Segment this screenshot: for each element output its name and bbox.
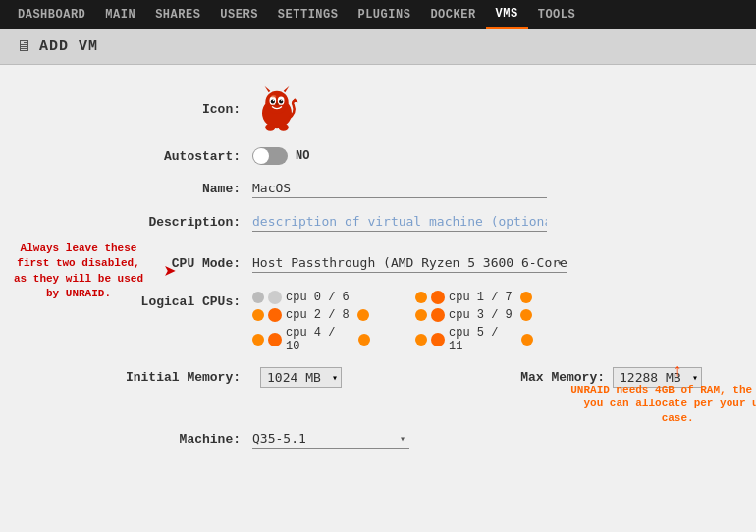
svg-point-13 <box>279 124 289 131</box>
logical-cpus-control: cpu 0 / 6 cpu 1 / 7 <box>252 291 702 353</box>
cpu-item-2: cpu 2 / 8 <box>252 308 370 322</box>
autostart-label: Autostart: <box>113 149 241 164</box>
nav-tools[interactable]: TOOLS <box>528 0 586 29</box>
cpu-5-label: cpu 5 / 11 <box>449 326 513 353</box>
nav-main[interactable]: MAIN <box>95 0 145 29</box>
cpu-mode-row: CPU Mode: Host Passthrough (AMD Ryzen 5 … <box>113 253 702 273</box>
cpu-2-dot <box>252 309 264 321</box>
cpu-4-toggle[interactable] <box>268 333 282 346</box>
cpu-mode-control: Host Passthrough (AMD Ryzen 5 3600 6-Cor… <box>252 253 702 273</box>
cpu-4-dot <box>252 334 264 346</box>
cpu-3-dot2 <box>520 309 532 321</box>
vm-icon-image[interactable] <box>252 84 301 133</box>
autostart-toggle[interactable] <box>252 147 288 165</box>
svg-point-10 <box>275 103 278 106</box>
machine-control: Q35-5.1 ▾ <box>252 429 702 449</box>
nav-users[interactable]: USERS <box>210 0 268 29</box>
cpu-item-4: cpu 4 / 10 <box>252 326 370 353</box>
nav-shares[interactable]: SHARES <box>145 0 210 29</box>
icon-row: Icon: <box>113 84 702 133</box>
name-row: Name: <box>113 179 702 198</box>
annotation-arrow: ➤ <box>164 260 177 285</box>
nav-dashboard[interactable]: DASHBOARD <box>8 0 95 29</box>
nav-vms[interactable]: VMS <box>486 0 528 29</box>
top-navigation: DASHBOARD MAIN SHARES USERS SETTINGS PLU… <box>0 0 756 29</box>
machine-row: Machine: Q35-5.1 ▾ <box>113 429 702 449</box>
description-label: Description: <box>113 215 241 230</box>
cpu-5-dot <box>415 334 427 346</box>
left-annotation-text: Always leave these first two disabled, a… <box>10 241 147 302</box>
initial-memory-wrapper: 1024 MB ▾ <box>260 367 342 388</box>
name-label: Name: <box>113 182 241 196</box>
nav-docker[interactable]: DOCKER <box>420 0 485 29</box>
icon-label: Icon: <box>113 102 241 117</box>
memory-row: Initial Memory: 1024 MB ▾ Max Memory: 12… <box>113 367 702 388</box>
cpu-row-2: cpu 4 / 10 cpu 5 / 11 <box>252 326 702 353</box>
cpu-2-dot2 <box>357 309 369 321</box>
cpu-0-toggle[interactable] <box>268 291 282 304</box>
description-control <box>252 212 702 232</box>
cpu-0-label: cpu 0 / 6 <box>286 291 350 304</box>
memory-annotation-text: UNRAID needs 4GB of RAM, the rest you ca… <box>570 384 756 424</box>
vm-form: Icon: <box>54 84 702 462</box>
svg-point-14 <box>271 95 276 98</box>
initial-memory-label: Initial Memory: <box>113 370 241 385</box>
logical-cpus-row: Logical CPUs: cpu 0 / 6 <box>113 287 702 353</box>
svg-marker-9 <box>284 86 290 93</box>
cpu-3-dot <box>415 309 427 321</box>
autostart-row: Autostart: NO <box>113 147 702 165</box>
cpu-4-label: cpu 4 / 10 <box>286 326 351 353</box>
cpu-1-toggle[interactable] <box>431 291 445 304</box>
toggle-knob <box>253 148 269 164</box>
svg-point-5 <box>279 99 283 103</box>
cpu-1-dot2 <box>520 292 532 303</box>
add-vm-icon: 🖥 <box>16 37 31 56</box>
machine-select[interactable]: Q35-5.1 <box>252 429 409 449</box>
cpu-1-label: cpu 1 / 7 <box>449 291 513 304</box>
cpu-item-3: cpu 3 / 9 <box>415 308 533 322</box>
cpu-1-dot <box>415 292 427 303</box>
main-content: Always leave these first two disabled, a… <box>0 65 756 532</box>
page-title: Add VM <box>39 38 98 55</box>
page-header: 🖥 Add VM <box>0 29 756 65</box>
cpu-item-1: cpu 1 / 7 <box>415 291 533 304</box>
cpu-row-0: cpu 0 / 6 cpu 1 / 7 <box>252 291 702 304</box>
cpu-3-label: cpu 3 / 9 <box>449 308 513 322</box>
cpu-5-toggle[interactable] <box>431 333 445 346</box>
svg-point-7 <box>281 100 282 101</box>
description-input[interactable] <box>252 212 547 232</box>
cpu-row-1: cpu 2 / 8 cpu 3 / 9 <box>252 308 702 322</box>
autostart-value: NO <box>296 149 309 163</box>
machine-label: Machine: <box>113 432 241 447</box>
svg-point-12 <box>265 124 275 131</box>
cpu-grid: cpu 0 / 6 cpu 1 / 7 <box>252 291 702 353</box>
nav-settings[interactable]: SETTINGS <box>268 0 349 29</box>
svg-point-1 <box>265 91 288 114</box>
memory-annotation: ↑ UNRAID needs 4GB of RAM, the rest you … <box>569 360 756 425</box>
cpu-item-5: cpu 5 / 11 <box>415 326 533 353</box>
name-control <box>252 179 702 198</box>
description-row: Description: <box>113 212 702 232</box>
cpu-5-dot2 <box>521 334 533 346</box>
initial-memory-select[interactable]: 1024 MB <box>260 367 342 388</box>
nav-plugins[interactable]: PLUGINS <box>348 0 420 29</box>
svg-marker-8 <box>265 86 271 93</box>
cpu-4-dot2 <box>358 334 370 346</box>
cpu-2-toggle[interactable] <box>268 308 282 322</box>
autostart-control: NO <box>252 147 702 165</box>
svg-point-6 <box>273 100 274 101</box>
cpu-2-label: cpu 2 / 8 <box>286 308 350 322</box>
icon-control[interactable] <box>252 84 702 133</box>
cpu-3-toggle[interactable] <box>431 308 445 322</box>
svg-point-4 <box>271 99 275 103</box>
cpu-item-0: cpu 0 / 6 <box>252 291 370 304</box>
cpu-mode-select[interactable]: Host Passthrough (AMD Ryzen 5 3600 6-Cor… <box>252 253 567 273</box>
name-input[interactable] <box>252 179 547 198</box>
cpu-0-dot <box>252 292 264 303</box>
